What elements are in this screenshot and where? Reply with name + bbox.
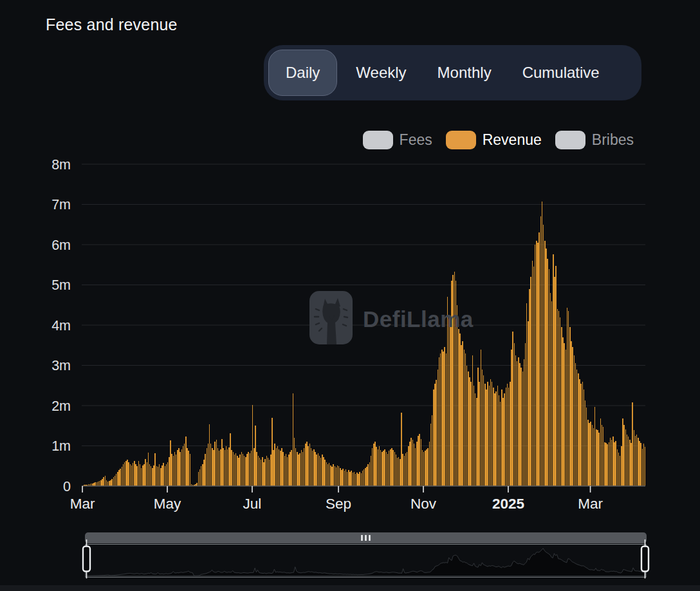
fees-revenue-chart: 01m2m3m4m5m6m7m8mMarMayJulSepNov2025Mar: [0, 0, 700, 591]
svg-text:8m: 8m: [51, 157, 71, 173]
bottom-divider: [0, 585, 700, 591]
revenue-bars[interactable]: [82, 202, 645, 487]
svg-text:0: 0: [63, 479, 71, 494]
svg-text:Mar: Mar: [578, 496, 603, 512]
svg-text:Jul: Jul: [243, 496, 262, 512]
svg-text:6m: 6m: [51, 238, 71, 253]
svg-text:1m: 1m: [51, 438, 71, 454]
y-axis-labels: 01m2m3m4m5m6m7m8m: [51, 157, 71, 494]
svg-text:May: May: [154, 496, 181, 512]
brush-mini-chart: [86, 549, 646, 576]
svg-text:Mar: Mar: [70, 496, 95, 512]
fees-revenue-panel: Fees and revenue Daily Weekly Monthly Cu…: [0, 0, 700, 591]
x-axis-labels: MarMayJulSepNov2025Mar: [70, 486, 603, 512]
svg-text:3m: 3m: [51, 358, 71, 373]
brush-handle-left[interactable]: [83, 539, 90, 579]
svg-text:7m: 7m: [51, 197, 71, 212]
svg-text:5m: 5m: [51, 277, 71, 293]
svg-text:4m: 4m: [51, 318, 71, 333]
svg-text:2025: 2025: [492, 496, 524, 512]
svg-text:Nov: Nov: [410, 496, 437, 512]
y-gridlines: [82, 164, 645, 446]
scrollbar-grip-icon[interactable]: [361, 535, 371, 541]
svg-text:Sep: Sep: [326, 496, 351, 512]
svg-text:2m: 2m: [51, 399, 71, 414]
